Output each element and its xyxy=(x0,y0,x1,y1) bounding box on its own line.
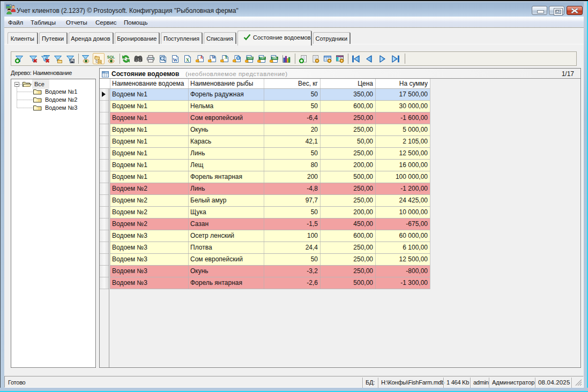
svg-text:SQL: SQL xyxy=(107,55,115,59)
svg-text:W: W xyxy=(173,57,178,63)
svg-text:W: W xyxy=(212,55,216,60)
svg-text:X: X xyxy=(225,55,228,60)
svg-text:X: X xyxy=(186,57,190,63)
svg-text:TXT: TXT xyxy=(260,57,265,59)
svg-text:XML: XML xyxy=(272,57,278,59)
svg-text:A: A xyxy=(200,55,203,60)
svg-text:CSV: CSV xyxy=(248,57,253,59)
